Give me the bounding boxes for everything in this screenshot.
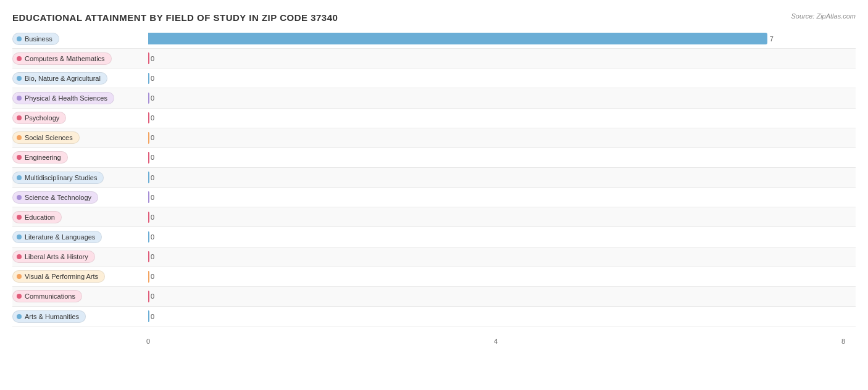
bar-fill [148,231,149,243]
bar-label-area: Bio, Nature & Agricultural [12,68,148,88]
bar-label-text: Multidisciplinary Studies [25,174,97,181]
x-axis-labels: 048 [148,330,843,345]
bar-value: 7 [770,35,774,43]
pill-dot [17,56,22,61]
bar-label-pill: Liberal Arts & History [12,251,95,263]
pill-dot [17,195,22,200]
bar-value: 0 [151,214,154,221]
source-text: Source: ZipAtlas.com [791,12,856,20]
pill-dot [17,115,22,120]
bar-label-area: Computers & Mathematics [12,49,148,68]
pill-dot [17,96,22,101]
bar-fill [148,271,149,283]
bar-label-pill: Literature & Languages [12,231,102,243]
bar-label-text: Communications [25,292,75,300]
bar-track: 7 [148,33,856,44]
bar-row: Computers & Mathematics 0 [12,49,856,68]
bar-track: 0 [148,112,856,124]
bar-value: 0 [151,114,154,122]
bar-fill [148,73,149,85]
bar-label-pill: Bio, Nature & Agricultural [12,72,107,85]
bars-wrapper: Business 7 Computers & Mathematics 0 Bio… [12,29,856,345]
bar-fill [148,93,149,104]
bar-value: 0 [151,75,154,82]
pill-dot [17,175,22,180]
bar-fill [148,52,149,64]
bar-label-text: Arts & Humanities [25,313,79,320]
bar-label-pill: Computers & Mathematics [12,52,112,65]
bar-label-area: Multidisciplinary Studies [12,168,148,187]
bar-row: Bio, Nature & Agricultural 0 [12,68,856,88]
bar-track: 0 [148,52,856,64]
bar-label-text: Science & Technology [25,194,91,201]
bar-label-text: Literature & Languages [25,233,95,241]
bar-fill [148,191,149,203]
bar-label-pill: Engineering [12,151,68,164]
bar-value: 0 [151,174,154,181]
chart-title: EDUCATIONAL ATTAINMENT BY FIELD OF STUDY… [12,12,856,23]
bar-track: 0 [148,132,856,144]
bar-label-pill: Visual & Performing Arts [12,270,105,283]
bar-row: Communications 0 [12,287,856,307]
bar-label-area: Communications [12,287,148,306]
bar-fill [148,132,149,144]
bar-value: 0 [151,313,154,320]
bar-label-text: Physical & Health Sciences [25,94,107,102]
bar-label-text: Visual & Performing Arts [25,273,98,280]
bar-label-text: Bio, Nature & Agricultural [25,75,101,82]
bar-label-pill: Physical & Health Sciences [12,92,114,104]
bar-label-pill: Business [12,33,59,45]
bar-row: Literature & Languages 0 [12,227,856,247]
bar-row: Education 0 [12,207,856,227]
bar-label-area: Science & Technology [12,188,148,207]
bar-fill [148,310,149,322]
bar-label-area: Social Sciences [12,128,148,147]
bar-fill [148,291,149,302]
pill-dot [17,234,22,239]
pill-dot [17,36,22,41]
bar-label-area: Psychology [12,109,148,128]
bar-value: 0 [151,194,154,201]
bar-row: Visual & Performing Arts 0 [12,267,856,287]
bar-label-pill: Arts & Humanities [12,310,86,323]
bar-label-text: Computers & Mathematics [25,55,105,62]
bar-fill [148,33,767,44]
bar-track: 0 [148,212,856,223]
pill-dot [17,155,22,160]
bar-label-area: Business [12,29,148,48]
bar-label-pill: Education [12,211,62,223]
bar-value: 0 [151,292,154,300]
bar-row: Business 7 [12,29,856,49]
bar-label-text: Liberal Arts & History [25,253,88,260]
bar-label-pill: Science & Technology [12,191,98,204]
bar-row: Psychology 0 [12,109,856,128]
bar-label-area: Education [12,207,148,226]
pill-dot [17,274,22,279]
x-axis-label: 4 [494,338,498,345]
bar-track: 0 [148,73,856,85]
bar-track: 0 [148,191,856,203]
bar-fill [148,112,149,124]
x-axis-label: 0 [146,338,150,345]
chart-area: Business 7 Computers & Mathematics 0 Bio… [12,29,856,345]
bar-label-text: Education [25,214,55,221]
bar-label-area: Literature & Languages [12,227,148,246]
bar-label-text: Business [25,35,52,43]
bar-rows: Business 7 Computers & Mathematics 0 Bio… [12,29,856,326]
bar-label-area: Engineering [12,148,148,167]
bar-row: Physical & Health Sciences 0 [12,88,856,108]
bar-track: 0 [148,172,856,183]
bar-label-pill: Psychology [12,112,66,124]
bar-label-area: Liberal Arts & History [12,247,148,267]
bar-value: 0 [151,94,154,102]
bar-track: 0 [148,93,856,104]
bar-value: 0 [151,253,154,260]
bar-label-area: Visual & Performing Arts [12,267,148,286]
bar-track: 0 [148,231,856,243]
bar-label-pill: Multidisciplinary Studies [12,172,104,184]
bar-label-pill: Communications [12,290,82,302]
bar-label-area: Arts & Humanities [12,307,148,326]
bar-row: Liberal Arts & History 0 [12,247,856,267]
bar-value: 0 [151,55,154,62]
bar-track: 0 [148,291,856,302]
